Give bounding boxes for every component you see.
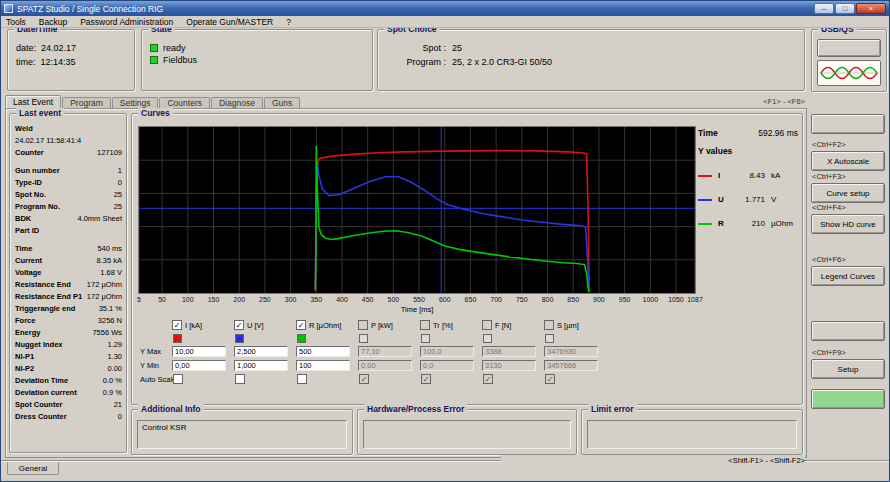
x-tick-label: 5 [130,296,148,303]
channel-color-swatch [545,334,554,343]
x-tick-label: 50 [153,296,171,303]
channel-toggle-s-m[interactable] [544,320,554,330]
legend-series-value: 210 [752,219,765,228]
tab-general[interactable]: General [7,462,59,475]
menu-item-backup[interactable]: Backup [39,17,67,27]
field-label: Dress Counter [15,411,67,423]
last-event-row: Time540 ms [15,243,122,255]
ymin-input-f-n [482,360,536,371]
ymin-input-u-v[interactable] [234,360,288,371]
sidebar-button-show-hd-curve[interactable]: Show HD curve [811,214,885,234]
field-value: 0.0 % [103,375,122,387]
hotkey-label: <Ctrl+F2> [812,140,886,149]
legend-series-name: U [718,195,724,204]
x-tick-label: 450 [359,296,377,303]
ymin-input-i-ka[interactable] [172,360,226,371]
field-label: Voltage [15,267,42,279]
additional-info-title: Additional Info [138,404,204,414]
channel-toggle-f-n[interactable] [482,320,492,330]
ymax-input-u-v[interactable] [234,346,288,357]
spot-row: Spot :25 [378,40,804,54]
limit-error-title: Limit error [588,404,637,414]
hotkey-label: <Ctrl+F9> [812,348,886,357]
field-label: Gun number [15,165,60,177]
sidebar-button-blank[interactable] [811,321,885,341]
field-value: 172 µOhm [87,291,122,303]
menu-item-operate-gun-master[interactable]: Operate Gun/MASTER [186,17,273,27]
last-event-row: Triggerangle end35.1 % [15,303,122,315]
field-label: Nugget Index [15,339,63,351]
menu-item-item[interactable]: ? [286,17,291,27]
x-tick-label: 400 [333,296,351,303]
last-event-row: BDK4.0mm Sheet [15,213,122,225]
channel-toggle-u-v[interactable]: ✓ [234,320,244,330]
date-label: date: [16,42,36,54]
menu-item-password-administration[interactable]: Password Administration [80,17,173,27]
field-label: Triggerangle end [15,303,75,315]
field-value: 1.30 [107,351,122,363]
curve-I [315,151,589,292]
ymax-input-p-kw [358,346,412,357]
field-value: 0.9 % [103,387,122,399]
y-values-header: Y values [698,146,798,156]
channel-toggle-i-ka[interactable]: ✓ [172,320,182,330]
ymax-input-s-m [544,346,598,357]
autoscale-checkbox-f-n[interactable]: ✓ [483,374,493,384]
field-label: Deviation current [15,387,77,399]
sidebar-button-x-autoscale[interactable]: X Autoscale [811,151,885,171]
tab-program[interactable]: Program [62,97,111,108]
channel-toggle-p-kw[interactable] [358,320,368,330]
autoscale-checkbox-p-kw[interactable]: ✓ [359,374,369,384]
autoscale-checkbox-r-ohm[interactable] [297,374,307,384]
last-event-row: Deviation Time0.0 % [15,375,122,387]
autoscale-checkbox-i-ka[interactable] [173,374,183,384]
field-value: 0 [118,411,122,423]
channel-color-swatch [421,334,430,343]
sidebar-button-setup[interactable]: Setup [811,359,885,379]
spot-choice-panel: Spot Choice Spot :25 Program :25, 2 x 2.… [377,29,805,91]
ymax-input-r-ohm[interactable] [296,346,350,357]
x-tick-label: 600 [436,296,454,303]
maximize-icon[interactable]: □ [835,3,855,14]
autoscale-checkbox-s-m[interactable]: ✓ [545,374,555,384]
spot-value: 25 [452,42,462,54]
legend-entry-i: I8.43kA [698,171,798,180]
menu-item-tools[interactable]: Tools [6,17,26,27]
sidebar-button-legend-curves[interactable]: Legend Curves [811,266,885,286]
tab-guns[interactable]: Guns [264,97,300,108]
last-event-row: Gun number1 [15,165,122,177]
sidebar-button-curve-setup[interactable]: Curve setup [811,183,885,203]
field-value: 3256 N [98,315,122,327]
last-event-row: Weld [15,123,122,135]
field-label: BDK [15,213,31,225]
sidebar: <Ctrl+F2>X Autoscale<Ctrl+F3>Curve setup… [809,1,890,482]
menu-bar: ToolsBackupPassword AdministrationOperat… [1,16,889,28]
state-label: Fieldbus [163,55,197,65]
x-tick-label: 300 [282,296,300,303]
ymax-input-i-ka[interactable] [172,346,226,357]
tab-counters[interactable]: Counters [159,97,210,108]
state-label: ready [163,43,186,53]
tab-settings[interactable]: Settings [112,97,159,108]
field-value: 21 [114,399,122,411]
legend-series-unit: kA [771,171,798,180]
tab-last-event[interactable]: Last Event [5,95,61,108]
curves-chart[interactable] [138,126,696,294]
time-value: 12:14:35 [41,56,76,68]
minimize-icon[interactable]: – [814,3,834,14]
field-value: 1 [118,165,122,177]
autoscale-checkbox-u-v[interactable] [235,374,245,384]
field-label: Weld [15,123,33,135]
field-label: NI-P2 [15,363,34,375]
sidebar-button-blank[interactable] [811,114,885,134]
sidebar-button-green[interactable] [811,389,885,409]
close-icon[interactable]: × [856,3,886,14]
ymin-input-r-ohm[interactable] [296,360,350,371]
hardware-error-text [363,420,571,449]
channel-toggle-tr[interactable] [420,320,430,330]
tab-diagnose[interactable]: Diagnose [211,97,263,108]
time-row: time:12:14:35 [8,54,134,68]
channel-toggle-r-ohm[interactable]: ✓ [296,320,306,330]
last-event-row: NI-P20.00 [15,363,122,375]
autoscale-checkbox-tr[interactable]: ✓ [421,374,431,384]
